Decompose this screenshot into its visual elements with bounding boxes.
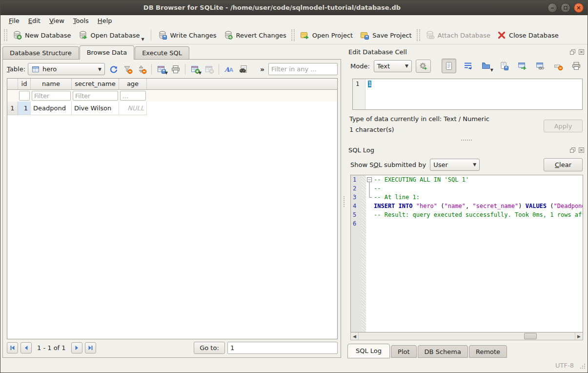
grid-empty-area[interactable] xyxy=(7,115,337,339)
toolbar-handle[interactable] xyxy=(417,29,420,41)
editor-content[interactable]: 1 xyxy=(365,79,371,109)
filter-input-id[interactable] xyxy=(19,91,30,101)
browse-toolbar: Table: hero ▼ ▼▼AA » xyxy=(3,60,341,77)
open-file-button[interactable]: ▼ xyxy=(480,60,492,72)
print-button[interactable] xyxy=(570,60,583,72)
filter-input-secret-name[interactable] xyxy=(73,91,118,101)
column-header-name[interactable]: name xyxy=(31,79,72,90)
toolbar-button-label: New Database xyxy=(25,32,71,39)
link-button[interactable] xyxy=(534,60,547,72)
dock-tab-db-schema[interactable]: DB Schema xyxy=(418,345,468,358)
save-file-button[interactable] xyxy=(498,60,510,72)
close-dock-button[interactable] xyxy=(578,146,585,153)
overflow-chevron-icon[interactable]: » xyxy=(260,65,264,73)
cell-id[interactable]: 1 xyxy=(18,102,31,115)
write-changes-button[interactable]: Write Changes xyxy=(154,28,220,42)
float-dock-button[interactable] xyxy=(569,146,576,153)
toolbar-handle[interactable] xyxy=(4,29,7,41)
cell-type-info: Type of data currently in cell: Text / N… xyxy=(349,115,489,123)
save-table-button[interactable]: ▼ xyxy=(155,63,167,75)
menu-file[interactable]: File xyxy=(4,16,24,25)
minimize-button[interactable] xyxy=(547,3,557,13)
cell-name[interactable]: Deadpond xyxy=(31,102,72,115)
set-null-button[interactable] xyxy=(552,60,565,72)
filter-any-input[interactable] xyxy=(268,63,338,75)
apply-button[interactable]: Apply xyxy=(544,120,583,132)
filter-input-age[interactable] xyxy=(120,91,146,101)
scrollbar-thumb[interactable] xyxy=(524,333,537,339)
toolbar-button-label: Save Project xyxy=(372,32,412,39)
close-button[interactable] xyxy=(574,3,584,13)
next-page-button[interactable] xyxy=(71,342,82,353)
find-button[interactable] xyxy=(237,63,249,75)
auto-switch-mode-button[interactable] xyxy=(416,60,431,73)
format-button[interactable]: AA xyxy=(223,63,235,75)
sql-log-dock-title: SQL Log xyxy=(345,143,588,155)
float-dock-button[interactable] xyxy=(569,48,576,55)
row-header[interactable]: 1 xyxy=(7,102,18,115)
first-page-button[interactable] xyxy=(7,342,18,353)
sql-log-view[interactable]: 1-- EXECUTING ALL IN 'SQL 1'2--3-- At li… xyxy=(350,175,583,332)
tab-execute-sql[interactable]: Execute SQL xyxy=(135,46,189,59)
clear-filters-button[interactable] xyxy=(122,63,134,75)
save-file-icon xyxy=(499,61,509,71)
sql-token: -- EXECUTING ALL IN 'SQL 1' xyxy=(374,176,469,183)
close-database-button[interactable]: Close Database xyxy=(494,28,562,42)
dock-tab-sql-log[interactable]: SQL Log xyxy=(347,344,390,358)
open-in-app-button[interactable] xyxy=(516,60,528,72)
svg-text:A: A xyxy=(229,67,233,73)
menu-view[interactable]: View xyxy=(45,16,69,25)
clear-sorting-button[interactable] xyxy=(136,63,148,75)
revert-changes-button[interactable]: Revert Changes xyxy=(220,28,290,42)
menu-help[interactable]: Help xyxy=(93,16,117,25)
grid-corner[interactable] xyxy=(7,79,18,90)
table-select[interactable]: hero ▼ xyxy=(28,63,105,75)
fold-marker-icon xyxy=(366,219,374,228)
column-header-secret-name[interactable]: secret_name xyxy=(72,79,119,90)
cell-age[interactable]: NULL xyxy=(119,102,147,115)
log-horizontal-scrollbar[interactable]: ◀ ▶ xyxy=(350,332,583,340)
log-code: -- EXECUTING ALL IN 'SQL 1' xyxy=(374,175,469,184)
new-database-button[interactable]: New Database xyxy=(9,28,75,42)
maximize-button[interactable] xyxy=(561,3,570,13)
open-database-button[interactable]: Open Database▼ xyxy=(75,28,148,42)
tab-database-structure[interactable]: Database Structure xyxy=(2,46,79,59)
log-line-number: 1 xyxy=(351,175,362,184)
submitted-by-select[interactable]: User ▼ xyxy=(430,159,480,171)
clear-log-button[interactable]: Clear xyxy=(544,158,583,171)
text-document-button[interactable] xyxy=(442,59,456,73)
close-dock-button[interactable] xyxy=(578,48,585,55)
column-header-id[interactable]: id xyxy=(18,79,31,90)
tab-browse-data[interactable]: Browse Data xyxy=(80,45,135,60)
dock-tab-remote[interactable]: Remote xyxy=(469,345,507,358)
cell-editor[interactable]: 1 1 xyxy=(352,79,583,110)
goto-input[interactable] xyxy=(227,342,338,354)
last-page-button[interactable] xyxy=(85,342,96,353)
save-project-button[interactable]: Save Project xyxy=(356,28,415,42)
scroll-left-arrow[interactable]: ◀ xyxy=(351,332,359,340)
menu-tools[interactable]: Tools xyxy=(69,16,93,25)
goto-button[interactable]: Go to: xyxy=(194,342,225,354)
resize-grip[interactable] xyxy=(580,363,586,371)
filter-input-name[interactable] xyxy=(32,91,71,101)
cell-secret-name[interactable]: Dive Wilson xyxy=(72,102,119,115)
titlebar[interactable]: DB Browser for SQLite - /home/user/code/… xyxy=(0,0,588,15)
toolbar-handle[interactable] xyxy=(291,29,295,41)
menu-edit[interactable]: Edit xyxy=(24,16,45,25)
scroll-right-arrow[interactable]: ▶ xyxy=(575,332,583,340)
print-button[interactable] xyxy=(169,63,182,75)
refresh-button[interactable] xyxy=(107,63,120,75)
fold-marker-icon[interactable] xyxy=(366,175,374,184)
mode-select[interactable]: Text ▼ xyxy=(374,60,412,72)
prev-page-button[interactable] xyxy=(20,342,32,353)
sql-token: -- At line 1: xyxy=(374,194,420,201)
toolbar-button-label: Write Changes xyxy=(170,32,217,39)
word-wrap-button[interactable] xyxy=(462,60,474,72)
dock-splitter[interactable] xyxy=(345,137,588,143)
dock-tab-plot[interactable]: Plot xyxy=(391,345,417,358)
open-project-button[interactable]: Open Project xyxy=(296,28,356,42)
scrollbar-track[interactable] xyxy=(359,332,575,340)
column-header-age[interactable]: age xyxy=(119,79,147,90)
grid-header-row: idnamesecret_nameage xyxy=(7,79,337,90)
new-record-button[interactable]: ▼ xyxy=(189,63,201,75)
